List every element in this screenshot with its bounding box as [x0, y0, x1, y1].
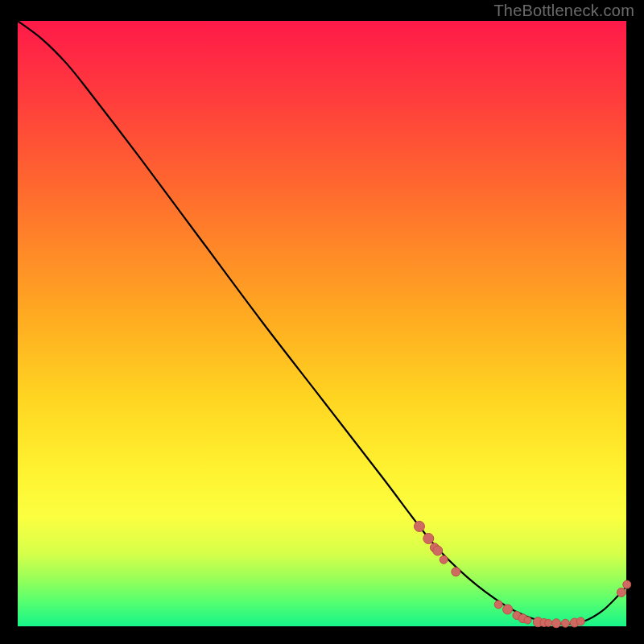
- data-point: [440, 555, 448, 564]
- data-point: [561, 619, 569, 627]
- data-point: [545, 619, 552, 626]
- data-point: [503, 605, 513, 614]
- data-point: [552, 619, 561, 628]
- bottleneck-curve: [18, 21, 626, 625]
- data-point: [433, 546, 443, 555]
- data-point: [576, 617, 584, 625]
- data-point: [524, 617, 531, 624]
- data-point: [623, 580, 631, 588]
- chart-frame: TheBottleneck.com: [0, 0, 644, 644]
- curve-layer: [18, 21, 626, 626]
- data-point: [414, 521, 424, 531]
- data-point: [617, 588, 625, 597]
- attribution-label: TheBottleneck.com: [493, 2, 634, 20]
- data-point: [452, 568, 460, 576]
- data-point: [423, 533, 434, 543]
- data-points: [414, 521, 630, 627]
- data-point: [494, 601, 502, 609]
